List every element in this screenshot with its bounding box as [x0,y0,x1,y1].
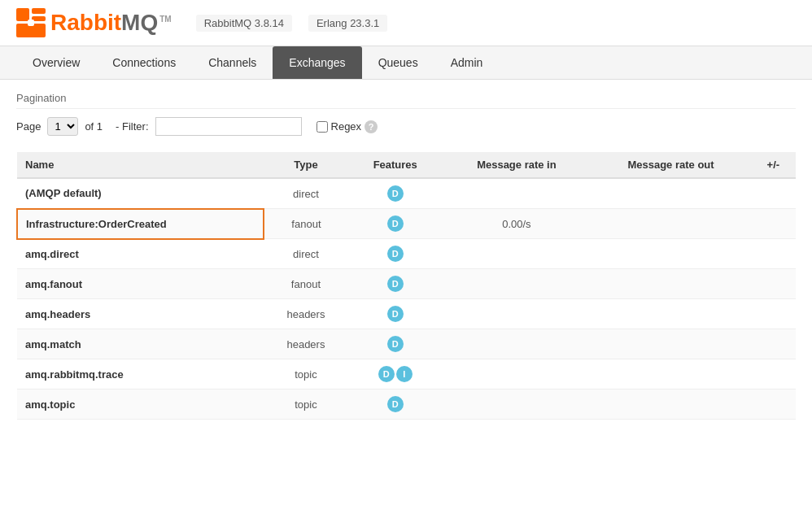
exchange-name[interactable]: (AMQP default) [17,178,264,209]
exchange-type: direct [264,178,348,209]
rabbitmq-logo-icon [16,8,46,37]
nav-admin[interactable]: Admin [434,46,500,79]
exchange-rate-in [442,390,591,420]
feature-badge: I [396,366,413,382]
regex-label: Regex [331,120,362,133]
table-row[interactable]: amq.matchheadersD [17,329,796,359]
exchange-rate-in [442,299,591,329]
exchange-rate-out [591,299,750,329]
exchange-name[interactable]: amq.match [17,329,264,359]
logo-text: RabbitMQTM [50,10,172,36]
table-row[interactable]: amq.topictopicD [17,390,796,420]
exchange-rate-out [591,269,750,299]
col-plus-minus: +/- [751,152,796,178]
nav-exchanges[interactable]: Exchanges [273,46,361,79]
exchange-plus-minus [751,209,796,239]
exchange-features: D [348,178,442,209]
exchange-plus-minus [751,239,796,269]
logo: RabbitMQTM [16,8,172,37]
exchange-type: headers [264,329,348,359]
svg-rect-1 [32,8,46,14]
filter-input[interactable] [155,117,302,136]
exchange-type: topic [264,390,348,420]
logo-mq: MQ [121,10,158,35]
exchange-features: D [348,299,442,329]
exchange-rate-out [591,390,750,420]
exchange-plus-minus [751,390,796,420]
page-label: Page [16,120,41,133]
col-rate-out: Message rate out [591,152,750,178]
filter-label: - Filter: [116,120,148,133]
feature-badge: D [387,306,404,322]
rabbitmq-version: RabbitMQ 3.8.14 [196,15,292,32]
col-features: Features [348,152,442,178]
exchange-name[interactable]: amq.topic [17,390,264,420]
exchange-rate-out [591,209,750,239]
exchange-name[interactable]: amq.fanout [17,269,264,299]
exchanges-table: Name Type Features Message rate in Messa… [16,152,796,420]
svg-rect-4 [28,20,34,26]
feature-badge: D [387,215,404,232]
exchange-features: D [348,329,442,359]
col-name: Name [17,152,264,178]
table-row[interactable]: amq.directdirectD [17,239,796,269]
help-button[interactable]: ? [365,120,378,133]
logo-rabbit: Rabbit [50,10,121,35]
exchange-name[interactable]: amq.rabbitmq.trace [17,359,264,390]
exchange-rate-in [442,329,591,359]
feature-badge: D [387,276,404,292]
exchange-name[interactable]: amq.headers [17,299,264,329]
table-header-row: Name Type Features Message rate in Messa… [17,152,796,178]
nav-channels[interactable]: Channels [192,46,273,79]
pagination-section-title: Pagination [16,92,796,109]
table-row[interactable]: amq.headersheadersD [17,299,796,329]
table-row[interactable]: (AMQP default)directD [17,178,796,209]
exchange-name[interactable]: amq.direct [17,239,264,269]
logo-tm: TM [159,15,171,24]
page-select[interactable]: 1 [47,117,78,136]
nav-queues[interactable]: Queues [362,46,434,79]
exchange-name[interactable]: Infrastructure:OrderCreated [17,209,264,239]
header: RabbitMQTM RabbitMQ 3.8.14 Erlang 23.3.1 [0,0,812,46]
exchange-plus-minus [751,178,796,209]
exchange-features: D [348,269,442,299]
main-nav: Overview Connections Channels Exchanges … [0,46,812,80]
exchange-plus-minus [751,269,796,299]
feature-badge: D [387,396,404,412]
exchange-rate-in [442,178,591,209]
exchange-type: fanout [264,209,348,239]
regex-container: Regex ? [317,120,378,133]
pagination-bar: Page 1 of 1 - Filter: Regex ? [16,117,796,136]
exchange-plus-minus [751,359,796,390]
exchange-features: D [348,390,442,420]
col-type: Type [264,152,348,178]
exchange-rate-in: 0.00/s [442,209,591,239]
exchange-features: D [348,209,442,239]
exchange-rate-in [442,359,591,390]
exchange-type: topic [264,359,348,390]
exchange-features: DI [348,359,442,390]
exchange-type: fanout [264,269,348,299]
regex-checkbox[interactable] [317,121,328,133]
col-rate-in: Message rate in [442,152,591,178]
main-content: Pagination Page 1 of 1 - Filter: Regex ?… [0,80,812,432]
exchange-plus-minus [751,299,796,329]
erlang-version: Erlang 23.3.1 [308,15,387,32]
version-info: RabbitMQ 3.8.14 Erlang 23.3.1 [196,15,388,32]
table-row[interactable]: amq.rabbitmq.tracetopicDI [17,359,796,390]
exchange-features: D [348,239,442,269]
exchange-rate-out [591,239,750,269]
nav-connections[interactable]: Connections [96,46,192,79]
table-row[interactable]: Infrastructure:OrderCreatedfanoutD0.00/s [17,209,796,239]
exchange-rate-out [591,178,750,209]
exchange-rate-out [591,359,750,390]
nav-overview[interactable]: Overview [16,46,96,79]
exchange-rate-in [442,239,591,269]
table-row[interactable]: amq.fanoutfanoutD [17,269,796,299]
exchange-type: headers [264,299,348,329]
exchange-rate-in [442,269,591,299]
exchange-rate-out [591,329,750,359]
feature-badge: D [387,185,404,202]
svg-rect-0 [16,8,29,21]
feature-badge: D [378,366,395,382]
